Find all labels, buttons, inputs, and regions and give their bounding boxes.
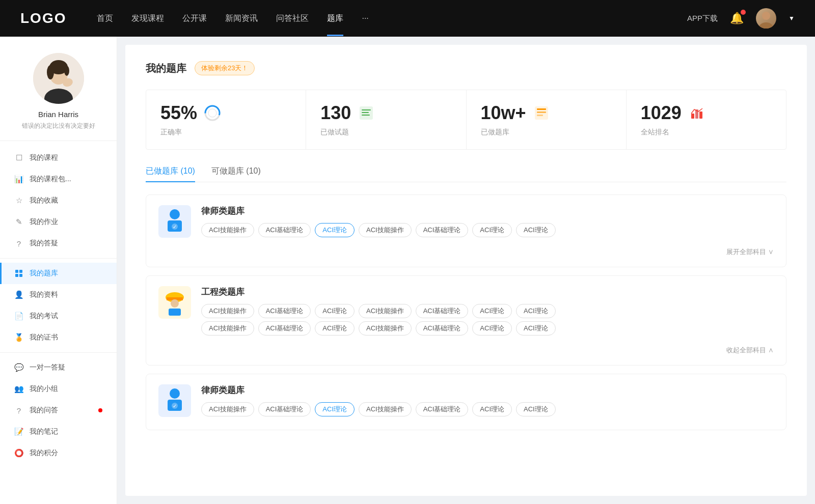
sidebar-item-homework[interactable]: ✎ 我的作业 (0, 211, 117, 233)
sidebar-item-oneone[interactable]: 💬 一对一答疑 (0, 357, 117, 378)
expand-button-lawyer-1[interactable]: 展开全部科目 ∨ (726, 243, 774, 257)
avatar-dropdown-arrow[interactable]: ▼ (789, 15, 795, 22)
eng-tag-13[interactable]: ACI理论 (472, 321, 512, 335)
tab-available[interactable]: 可做题库 (10) (211, 166, 261, 182)
note-icon: 📝 (14, 427, 23, 436)
svg-rect-22 (537, 111, 546, 113)
qbank-tags-row-lawyer-1: ACI技能操作 ACI基础理论 ACI理论 ACI技能操作 ACI基础理论 AC… (201, 223, 774, 237)
tag-aci-theory-active-1[interactable]: ACI理论 (315, 223, 355, 237)
stat-accuracy-label: 正确率 (160, 128, 291, 137)
qbank-content-lawyer-1: 律师类题库 ACI技能操作 ACI基础理论 ACI理论 ACI技能操作 ACI基… (201, 205, 774, 257)
svg-rect-19 (362, 115, 370, 116)
law2-tag-6[interactable]: ACI理论 (472, 402, 512, 416)
law2-tag-7[interactable]: ACI理论 (516, 402, 556, 416)
sidebar-item-notes[interactable]: 📝 我的笔记 (0, 421, 117, 442)
qbank-tags-engineer: ACI技能操作 ACI基础理论 ACI理论 ACI技能操作 ACI基础理论 AC… (201, 304, 774, 355)
sidebar-label-notes: 我的笔记 (30, 427, 102, 436)
svg-point-1 (759, 22, 773, 29)
stat-ranking-top: 1029 (641, 102, 772, 124)
eng-tag-5[interactable]: ACI基础理论 (416, 304, 469, 318)
eng-tag-11[interactable]: ACI技能操作 (359, 321, 412, 335)
notification-badge (741, 10, 746, 15)
sidebar-item-favorites[interactable]: ☆ 我的收藏 (0, 190, 117, 211)
chart-icon: 📊 (14, 175, 23, 184)
eng-tag-6[interactable]: ACI理论 (472, 304, 512, 318)
stat-done-banks: 10w+ 已做题库 (467, 90, 627, 149)
qbank-tags-lawyer-1: ACI技能操作 ACI基础理论 ACI理论 ACI技能操作 ACI基础理论 AC… (201, 223, 774, 257)
nav-questionbank[interactable]: 题库 (327, 13, 343, 24)
sidebar-label-oneone: 一对一答疑 (30, 363, 102, 372)
nav-news[interactable]: 新闻资讯 (225, 13, 258, 24)
notification-bell[interactable]: 🔔 (730, 12, 744, 25)
collapse-button-engineer[interactable]: 收起全部科目 ∧ (726, 342, 774, 355)
main-layout: Brian Harris 错误的决定比没有决定要好 ☐ 我的课程 📊 我的课程包… (0, 37, 815, 504)
tag-aci-theory-2[interactable]: ACI理论 (516, 223, 556, 237)
svg-rect-21 (537, 108, 546, 110)
eng-tag-1[interactable]: ACI技能操作 (201, 304, 254, 318)
sidebar-label-exam: 我的考试 (30, 312, 102, 321)
pie-chart-icon (203, 104, 222, 122)
lawyer-icon-container: ✓ (158, 205, 191, 238)
tag-aci-basic-1[interactable]: ACI基础理论 (258, 223, 311, 237)
eng-tag-2[interactable]: ACI基础理论 (258, 304, 311, 318)
law2-tag-5[interactable]: ACI基础理论 (416, 402, 469, 416)
eng-tag-4[interactable]: ACI技能操作 (359, 304, 412, 318)
nav-discover[interactable]: 发现课程 (131, 13, 164, 24)
expand-row-engineer: 收起全部科目 ∧ (201, 342, 774, 355)
stat-done-banks-top: 10w+ (481, 102, 612, 124)
sidebar-item-group[interactable]: 👥 我的小组 (0, 378, 117, 400)
qbank-item-engineer: 工程类题库 ACI技能操作 ACI基础理论 ACI理论 ACI技能操作 ACI基… (146, 275, 786, 366)
nav-home[interactable]: 首页 (97, 13, 113, 24)
sidebar-item-profile[interactable]: 👤 我的资料 (0, 284, 117, 305)
sidebar-item-myqa[interactable]: ? 我的问答 (0, 400, 117, 421)
stat-done-banks-value: 10w+ (481, 102, 526, 124)
stats-row: 55% 正确率 130 (146, 90, 786, 150)
sidebar-item-exam[interactable]: 📄 我的考试 (0, 305, 117, 327)
sidebar-item-points[interactable]: ⭕ 我的积分 (0, 442, 117, 464)
eng-tag-3[interactable]: ACI理论 (315, 304, 355, 318)
nav-qa[interactable]: 问答社区 (276, 13, 309, 24)
tag-aci-basic-2[interactable]: ACI基础理论 (416, 223, 469, 237)
stat-done-questions: 130 已做试题 (306, 90, 466, 149)
qbank-tags-row-lawyer-2: ACI技能操作 ACI基础理论 ACI理论 ACI技能操作 ACI基础理论 AC… (201, 402, 774, 416)
qbank-tags-row-engineer-2: ACI技能操作 ACI基础理论 ACI理论 ACI技能操作 ACI基础理论 AC… (201, 321, 774, 335)
eng-tag-7[interactable]: ACI理论 (516, 304, 556, 318)
stat-ranking: 1029 全站排名 (627, 90, 786, 149)
myqa-badge (98, 408, 102, 412)
eng-tag-8[interactable]: ACI技能操作 (201, 321, 254, 335)
sidebar-item-questionbank[interactable]: 我的题库 (0, 263, 117, 284)
eng-tag-12[interactable]: ACI基础理论 (416, 321, 469, 335)
question-icon: ? (14, 239, 23, 248)
file2-icon: 📄 (14, 312, 23, 321)
tag-aci-skill-2[interactable]: ACI技能操作 (359, 223, 412, 237)
tab-done[interactable]: 已做题库 (10) (146, 166, 195, 182)
navbar: LOGO 首页 发现课程 公开课 新闻资讯 问答社区 题库 ··· APP下载 … (0, 0, 815, 37)
law2-tag-1[interactable]: ACI技能操作 (201, 402, 254, 416)
sidebar-item-qa[interactable]: ? 我的答疑 (0, 233, 117, 254)
sidebar-divider-1 (0, 258, 117, 259)
sidebar-item-mycourse[interactable]: ☐ 我的课程 (0, 147, 117, 169)
eng-tag-14[interactable]: ACI理论 (516, 321, 556, 335)
law2-tag-2[interactable]: ACI基础理论 (258, 402, 311, 416)
svg-rect-26 (699, 111, 702, 119)
nav-opencourse[interactable]: 公开课 (182, 13, 207, 24)
sidebar-item-coursepackage[interactable]: 📊 我的课程包... (0, 169, 117, 190)
svg-point-0 (762, 12, 770, 20)
sidebar-label-coursepackage: 我的课程包... (30, 175, 102, 184)
app-download-button[interactable]: APP下载 (687, 14, 718, 23)
tag-aci-skill-1[interactable]: ACI技能操作 (201, 223, 254, 237)
star-icon: ☆ (14, 196, 23, 205)
eng-tag-10[interactable]: ACI理论 (315, 321, 355, 335)
law2-tag-4[interactable]: ACI技能操作 (359, 402, 412, 416)
profile-avatar (33, 53, 84, 104)
sidebar-item-certificate[interactable]: 🏅 我的证书 (0, 327, 117, 348)
sidebar-label-points: 我的积分 (30, 449, 102, 458)
logo[interactable]: LOGO (20, 10, 66, 26)
user-avatar[interactable] (756, 8, 776, 29)
book-icon (532, 104, 551, 122)
law2-tag-active[interactable]: ACI理论 (315, 402, 355, 416)
list-icon (357, 104, 375, 122)
nav-more[interactable]: ··· (362, 14, 368, 23)
eng-tag-9[interactable]: ACI基础理论 (258, 321, 311, 335)
tag-aci-theory-1[interactable]: ACI理论 (472, 223, 512, 237)
